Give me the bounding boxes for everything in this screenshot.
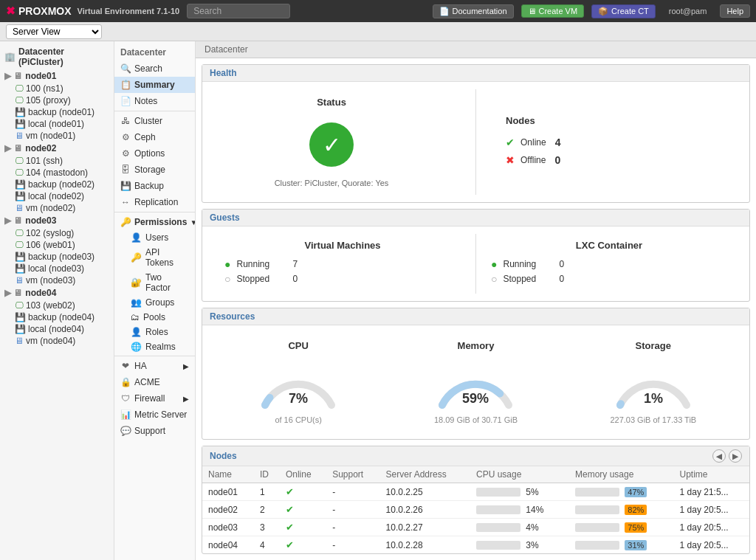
tree-node01[interactable]: ▶ 🖥 node01	[0, 69, 114, 83]
nodes-table-container: Name ID Online Support Server Address CP…	[202, 466, 749, 553]
summary-icon: 📋	[120, 80, 131, 90]
nav-users[interactable]: 👤 Users	[114, 230, 195, 245]
cell-name: node03	[202, 519, 254, 536]
cell-online: ✔	[280, 519, 326, 536]
nav-header: Datacenter	[114, 44, 195, 61]
col-memory: Memory usage	[569, 466, 674, 483]
nav-notes[interactable]: 📄 Notes	[114, 93, 195, 109]
storage-resource: Storage 1% 227.03 GiB of 17.33 TiB	[565, 340, 742, 424]
tree-item-vm01[interactable]: 🖥vm (node01)	[0, 130, 114, 142]
nav-summary[interactable]: 📋 Summary	[114, 77, 195, 93]
nav-metric-server[interactable]: 📊 Metric Server	[114, 407, 195, 423]
logo: ✖ PROXMOX Virtual Environment 7.1-10	[6, 4, 179, 18]
backup-icon: 💾	[120, 181, 131, 191]
nav-firewall[interactable]: 🛡 Firewall ▶	[114, 390, 195, 407]
tree-node04[interactable]: ▶ 🖥 node04	[0, 286, 114, 300]
nav-pools[interactable]: 🗂 Pools	[114, 310, 195, 325]
main-layout: 🏢 Datacenter (PiCluster) ▶ 🖥 node01 🖵100…	[0, 41, 756, 560]
tree-item-local02[interactable]: 💾local (node02)	[0, 190, 114, 202]
tree-item-backup03[interactable]: 💾backup (node03)	[0, 251, 114, 263]
nav-ha[interactable]: ❤ HA ▶	[114, 358, 195, 374]
search-input[interactable]	[187, 4, 290, 18]
table-row[interactable]: node01 1 ✔ - 10.0.2.25 5% 47% 1 day 21:5…	[202, 483, 749, 501]
table-row[interactable]: node02 2 ✔ - 10.0.2.26 14% 82% 1 day 20:…	[202, 501, 749, 519]
cell-support: -	[326, 536, 379, 554]
tree-item-local04[interactable]: 💾local (node04)	[0, 323, 114, 335]
col-online: Online	[280, 466, 326, 483]
ct-icon6: 🖵	[15, 240, 24, 250]
tree-item-backup04[interactable]: 💾backup (node04)	[0, 311, 114, 323]
memory-sub: 18.09 GiB of 30.71 GiB	[434, 415, 518, 424]
mem-label: 47%	[625, 487, 647, 497]
table-row[interactable]: node03 3 ✔ - 10.0.2.27 4% 75% 1 day 20:5…	[202, 519, 749, 536]
nav-options[interactable]: ⚙ Options	[114, 145, 195, 162]
tree-item-vm04[interactable]: 🖥vm (node04)	[0, 335, 114, 347]
nav-acme[interactable]: 🔒 ACME	[114, 374, 195, 390]
logo-proxmox: PROXMOX	[18, 5, 72, 17]
server-icon2: ▶ 🖥	[4, 143, 22, 153]
nav-backup[interactable]: 💾 Backup	[114, 178, 195, 194]
help-button[interactable]: Help	[720, 4, 750, 18]
tree-item-backup01[interactable]: 💾backup (node01)	[0, 106, 114, 118]
nav-cluster[interactable]: 🖧 Cluster	[114, 113, 195, 129]
tree-node03[interactable]: ▶ 🖥 node03	[0, 214, 114, 227]
storage-icon: 🗄	[120, 165, 131, 175]
cell-online: ✔	[280, 483, 326, 501]
memory-gauge: 59%	[431, 357, 520, 412]
tree-item-ssh[interactable]: 🖵101 (ssh)	[0, 155, 114, 167]
nav-permissions[interactable]: 🔑 Permissions ▼	[114, 214, 195, 230]
nav-two-factor[interactable]: 🔐 Two Factor	[114, 270, 195, 295]
cell-online: ✔	[280, 501, 326, 519]
nodes-prev-button[interactable]: ◀	[712, 449, 726, 463]
secondbar: Server View	[0, 22, 756, 41]
tree-item-syslog[interactable]: 🖵102 (syslog)	[0, 227, 114, 239]
storage-gauge-svg: 1%	[609, 357, 698, 412]
create-ct-button[interactable]: 📦 Create CT	[591, 4, 656, 18]
nav-roles[interactable]: 👤 Roles	[114, 325, 195, 339]
cpu-bar-container	[476, 505, 520, 514]
ha-arrow-icon: ▶	[183, 362, 189, 370]
cluster-info: Cluster: PiCluster, Quorate: Yes	[275, 179, 389, 187]
tree-item-mastodon[interactable]: 🖵104 (mastodon)	[0, 167, 114, 179]
tree-item-local03[interactable]: 💾local (node03)	[0, 263, 114, 274]
ha-icon: ❤	[120, 361, 131, 371]
users-icon: 👤	[131, 232, 142, 243]
nav-sep1	[114, 111, 195, 111]
nav-support[interactable]: 💬 Support	[114, 423, 195, 439]
cell-uptime: 1 day 20:5...	[674, 519, 749, 536]
tree-item-vm03[interactable]: 🖥vm (node03)	[0, 274, 114, 286]
datacenter-icon: 🏢	[4, 52, 16, 62]
tree-item-vm02[interactable]: 🖥vm (node02)	[0, 202, 114, 214]
nav-ceph[interactable]: ⚙ Ceph	[114, 129, 195, 145]
nav-realms[interactable]: 🌐 Realms	[114, 339, 195, 354]
online-check-icon: ✔	[286, 539, 294, 550]
tree-item-ns1[interactable]: 🖵100 (ns1)	[0, 83, 114, 94]
tree-node02[interactable]: ▶ 🖥 node02	[0, 142, 114, 155]
col-cpu: CPU usage	[470, 466, 569, 483]
disk-icon5: 💾	[15, 252, 26, 262]
nav-groups[interactable]: 👥 Groups	[114, 295, 195, 310]
tree-item-web01[interactable]: 🖵106 (web01)	[0, 239, 114, 251]
cpu-bar-container	[476, 523, 520, 532]
nav-api-tokens[interactable]: 🔑 API Tokens	[114, 245, 195, 270]
tree-item-backup02[interactable]: 💾backup (node02)	[0, 179, 114, 190]
documentation-button[interactable]: 📄 Documentation	[433, 4, 514, 18]
nav-search[interactable]: 🔍 Search	[114, 61, 195, 77]
table-row[interactable]: node04 4 ✔ - 10.0.2.28 3% 31% 1 day 20:5…	[202, 536, 749, 554]
notes-icon: 📄	[120, 96, 131, 106]
nav-replication[interactable]: ↔ Replication	[114, 194, 195, 210]
groups-icon: 👥	[131, 297, 142, 308]
tree-item-proxy[interactable]: 🖵105 (proxy)	[0, 94, 114, 106]
view-select[interactable]: Server View	[6, 24, 102, 39]
cpu-sub: of 16 CPU(s)	[275, 415, 322, 424]
tree-panel: 🏢 Datacenter (PiCluster) ▶ 🖥 node01 🖵100…	[0, 41, 114, 560]
tree-datacenter[interactable]: 🏢 Datacenter (PiCluster)	[0, 44, 114, 69]
create-vm-button[interactable]: 🖥 Create VM	[521, 4, 585, 18]
tree-item-web02[interactable]: 🖵103 (web02)	[0, 300, 114, 311]
tree-item-local01[interactable]: 💾local (node01)	[0, 118, 114, 130]
cpu-title: CPU	[288, 340, 308, 351]
nav-storage[interactable]: 🗄 Storage	[114, 162, 195, 178]
cluster-icon: 🖧	[120, 116, 131, 126]
options-icon: ⚙	[120, 148, 131, 159]
nodes-next-button[interactable]: ▶	[729, 449, 742, 463]
